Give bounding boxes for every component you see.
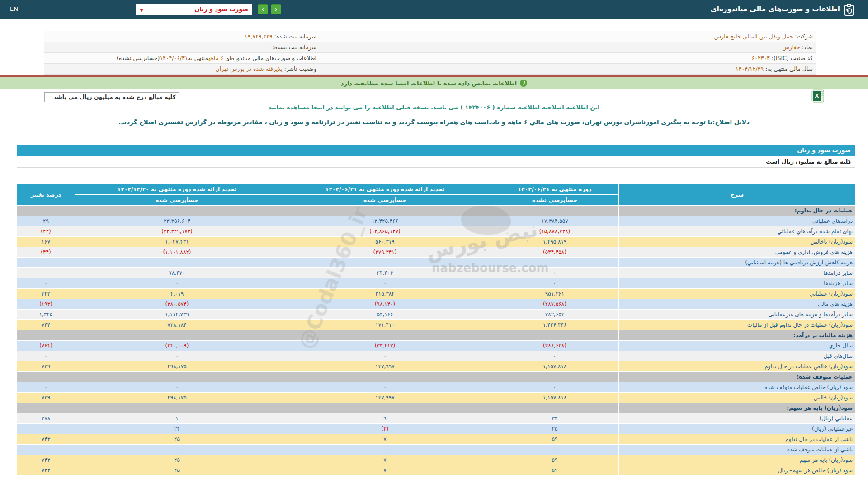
cell-value: ۰ xyxy=(491,268,618,278)
language-toggle-en[interactable]: EN xyxy=(10,5,18,12)
cell-value: ۲۴ xyxy=(75,424,279,434)
row-label: سایر درآمدها xyxy=(618,268,855,278)
cell-value: ۵۹ xyxy=(491,434,618,445)
row-label: ناشي از عملیات در حال تداوم xyxy=(618,434,855,445)
cell-value: (۲۴) xyxy=(17,226,75,237)
table-row: هزینه کاهش ارزش دریافتني ها (هزینه استثن… xyxy=(17,258,855,268)
export-excel-icon[interactable]: X xyxy=(811,89,825,103)
cell-value: ۰ xyxy=(17,351,75,361)
col-header-current-period: دوره منتهی به ۱۴۰۴/۰۶/۳۱ xyxy=(491,184,618,195)
symbol-label: نماد: xyxy=(802,44,813,51)
cell-value: ۱,۴۹۵,۸۱۹ xyxy=(491,237,618,247)
company-label: شرکت: xyxy=(795,33,813,40)
issuer-status-value: پذیرفته شده در بورس تهران xyxy=(215,66,282,72)
row-label: هزینه های مالی xyxy=(618,299,855,310)
cell-value: (۳۳,۴۱۳) xyxy=(279,341,491,351)
table-row: ناشي از عملیات متوقف شده۰۰۰۰ xyxy=(17,445,855,455)
row-label: سایر هزینه‌ها xyxy=(618,278,855,289)
table-row: سود (زیان) خالص هر سهم– ریال۵۹۷۲۵۷۴۳ xyxy=(17,465,855,476)
unregistered-capital-label: سرمایه ثبت نشده: xyxy=(273,44,316,51)
next-statement-button[interactable]: › xyxy=(258,4,268,14)
table-row: سود(زیان) عملیات در حال تداوم قبل از مال… xyxy=(17,320,855,330)
cell-value: ۵۹ xyxy=(491,455,618,465)
cell-value: ۰ xyxy=(75,278,279,289)
subheader-unaudited: حسابرسی نشده xyxy=(491,195,618,206)
statement-dropdown[interactable]: صورت سود و زیان ▼ xyxy=(136,4,252,15)
col-header-restated-annual: تجدید ارائه شده دوره منتهی به ۱۴۰۳/۱۲/۳۰ xyxy=(75,184,279,195)
section-row: عملیات متوقف شده: xyxy=(17,372,855,382)
statement-section-header: صورت سود و زیان xyxy=(17,145,855,156)
isic-label: کد صنعت (ISIC): xyxy=(772,55,813,61)
unregistered-capital-value: ۰ xyxy=(268,44,271,51)
cell-value: (۲۸۸,۶۲۸) xyxy=(491,341,618,351)
company-info-row: کد صنعت (ISIC): ۶۰۲۳۰۳ اطلاعات و صورت‌ها… xyxy=(44,53,816,64)
codal-interim-statement-page: اطلاعات و صورت‌های مالی میاندوره‌ای صورت… xyxy=(0,0,868,488)
section-row: عملیات در حال تداوم: xyxy=(17,206,855,216)
table-row: درآمدهاي عملیاتي۱۷,۳۸۴,۵۵۷۱۳,۴۲۵,۴۶۶۲۳,۳… xyxy=(17,216,855,226)
section-cell xyxy=(17,330,75,341)
row-label: سود(زیان) عملیات در حال تداوم قبل از مال… xyxy=(618,320,855,330)
cell-value: ۰ xyxy=(17,258,75,268)
row-label: سود (زیان) خالص عملیات متوقف شده xyxy=(618,382,855,393)
cell-value: ۱,۱۱۴,۷۳۹ xyxy=(75,310,279,320)
row-label: هزینه های فروش، اداری و عمومی xyxy=(618,247,855,258)
isic-value: ۶۰۲۳۰۳ xyxy=(752,55,770,61)
table-row: سایر درآمدها۰۳۴,۴۰۶۷۸,۴۷۰-- xyxy=(17,268,855,278)
cell-value: ۱۳,۴۲۵,۴۶۶ xyxy=(279,216,491,226)
cell-value: -- xyxy=(17,424,75,434)
section-cell xyxy=(491,206,618,216)
section-row: هزینه مالیات بر درآمد: xyxy=(17,330,855,341)
prev-statement-button[interactable]: ‹ xyxy=(271,4,281,14)
cell-value: ۱,۰۲۷,۴۳۱ xyxy=(75,237,279,247)
table-row: عملیاتي (ریال)۳۴۹۱۲۷۸ xyxy=(17,413,855,424)
table-row: هزینه های فروش، اداری و عمومی(۵۴۴,۴۵۸)(۳… xyxy=(17,247,855,258)
cell-value: ۰ xyxy=(491,278,618,289)
amendment-notice[interactable]: این اطلاعیه اصلاحیه اطلاعیه شماره ( ۱۴۲۴… xyxy=(0,104,868,111)
top-navbar: اطلاعات و صورت‌های مالی میاندوره‌ای صورت… xyxy=(0,0,868,19)
section-label: عملیات در حال تداوم: xyxy=(618,206,855,216)
units-row: کلیه مبالغ به میلیون ریال است xyxy=(17,156,855,168)
section-cell xyxy=(279,206,491,216)
section-cell xyxy=(75,206,279,216)
company-info-row: شرکت: حمل ونقل بین المللی خلیج فارس سرما… xyxy=(44,31,816,42)
cell-value: ۱ xyxy=(75,413,279,424)
cell-value: (۴۴) xyxy=(17,247,75,258)
cell-value: ۵۶۰,۳۱۹ xyxy=(279,237,491,247)
cell-value: ۹ xyxy=(279,413,491,424)
cell-value: (۷۶۴) xyxy=(17,341,75,351)
cell-value: (۲۸۷,۵۶۸) xyxy=(491,299,618,310)
cell-value: ۰ xyxy=(279,382,491,393)
cell-value: ۰ xyxy=(491,445,618,455)
row-label: عملیاتي (ریال) xyxy=(618,413,855,424)
row-label: سود(زیان) ناخالص xyxy=(618,237,855,247)
table-row: سایر هزینه‌ها۰۰۰۰ xyxy=(17,278,855,289)
cell-value: ۰ xyxy=(17,278,75,289)
cell-value: ۵۴,۱۶۶ xyxy=(279,310,491,320)
cell-value: (۱,۱۰۱,۸۸۲) xyxy=(75,247,279,258)
cell-value: -- xyxy=(17,268,75,278)
table-row: سود(زیان) پایه هر سهم۵۹۷۲۵۷۴۳ xyxy=(17,455,855,465)
subheader-audited-2: حسابرسی شده xyxy=(75,195,279,206)
cell-value: ۱,۴۴۶,۴۴۶ xyxy=(491,320,618,330)
section-cell xyxy=(279,372,491,382)
income-statement-table: شرح دوره منتهی به ۱۴۰۴/۰۶/۳۱ تجدید ارائه… xyxy=(17,184,855,476)
statement-period-label: اطلاعات و صورت‌های مالی میاندوره‌ای xyxy=(223,55,316,61)
cell-value: ۷ xyxy=(279,455,491,465)
row-label: بهای تمام شده درآمدهاي عملیاتي xyxy=(618,226,855,237)
section-label: سود(زیان) پایه هر سهم: xyxy=(618,403,855,413)
row-label: درآمدهاي عملیاتي xyxy=(618,216,855,226)
page-title: اطلاعات و صورت‌های مالی میاندوره‌ای xyxy=(711,5,840,13)
cell-value: ۲۵ xyxy=(75,465,279,476)
issuer-status-label: وضعیت ناشر: xyxy=(284,66,316,72)
cell-value: ۰ xyxy=(75,258,279,268)
section-cell xyxy=(75,372,279,382)
fiscal-year-label: سال مالی منتهی به: xyxy=(765,66,813,72)
registered-capital-label: سرمایه ثبت شده: xyxy=(274,33,316,40)
row-label: سود(زیان) عملیاتي xyxy=(618,289,855,299)
cell-value: ۷۸۲,۶۵۳ xyxy=(491,310,618,320)
cell-value: ۱۳۷,۹۹۷ xyxy=(279,393,491,403)
cell-value: (۱۹۳) xyxy=(17,299,75,310)
section-label: عملیات متوقف شده: xyxy=(618,372,855,382)
section-cell xyxy=(75,403,279,413)
cell-value: ۰ xyxy=(279,445,491,455)
